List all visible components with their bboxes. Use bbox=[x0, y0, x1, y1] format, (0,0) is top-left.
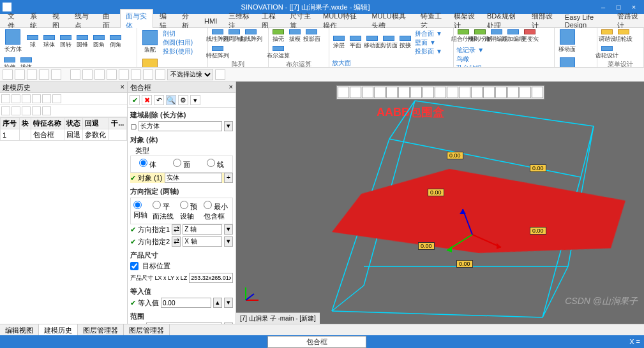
link-fill[interactable]: 倒圆(扫用) bbox=[163, 38, 193, 47]
weld-icon[interactable]: 按接 bbox=[398, 36, 412, 50]
dim-5[interactable]: 0.00 bbox=[418, 242, 435, 250]
btab-3[interactable]: 图层管理器 bbox=[78, 324, 124, 335]
ht-11[interactable] bbox=[42, 106, 51, 115]
undo-button[interactable]: ↶ bbox=[154, 95, 164, 105]
radio-norm[interactable]: 平面法线 bbox=[153, 201, 175, 221]
btab-2[interactable]: 建模历史 bbox=[39, 324, 78, 335]
history-table[interactable]: 序号 块 特征名称 状态 回退 干... 1 包合框 回退 参数化 bbox=[0, 117, 127, 324]
movef2-icon[interactable]: 移动面 bbox=[557, 29, 578, 55]
shape-input[interactable] bbox=[139, 121, 222, 131]
dim-4[interactable]: 0.00 bbox=[530, 227, 546, 235]
extrude-icon[interactable]: 拉伸 bbox=[3, 57, 17, 68]
fillet-icon[interactable]: 圆角 bbox=[92, 35, 106, 49]
radio-coax[interactable]: 同轴 bbox=[133, 201, 147, 221]
shape-dd[interactable]: ▾ bbox=[224, 121, 233, 131]
dims-input[interactable] bbox=[189, 273, 233, 283]
cancel-button[interactable]: ✖ bbox=[142, 95, 152, 105]
tb-8[interactable] bbox=[94, 69, 105, 80]
ht-5[interactable] bbox=[42, 94, 51, 103]
tb-10[interactable] bbox=[119, 69, 129, 80]
wheel-icon[interactable]: 组轮设 bbox=[617, 29, 631, 43]
featarr-icon[interactable]: 特征阵列 bbox=[211, 46, 225, 60]
change-icon[interactable]: 更变实 bbox=[523, 29, 537, 43]
col-block[interactable]: 块 bbox=[19, 118, 31, 129]
cuboid-icon[interactable]: 长方体 bbox=[3, 29, 23, 55]
pull-icon[interactable]: 拔体 bbox=[19, 57, 33, 68]
link-note[interactable]: 笔记录 ▼ bbox=[456, 46, 484, 55]
tab-hmi[interactable]: HMI bbox=[199, 15, 222, 27]
coat-icon[interactable]: 涂层 bbox=[332, 36, 346, 50]
tune-icon[interactable]: 调谐设 bbox=[600, 29, 614, 43]
col-feat[interactable]: 特征名称 bbox=[31, 118, 64, 129]
obj-input[interactable] bbox=[165, 173, 223, 183]
tb-3[interactable] bbox=[27, 69, 37, 80]
ht-6[interactable] bbox=[52, 94, 61, 103]
tb-2[interactable] bbox=[15, 69, 25, 80]
dir1-dd[interactable]: ▾ bbox=[224, 224, 233, 235]
assem-icon[interactable]: 装配 bbox=[140, 30, 160, 55]
in-dd[interactable]: ▾ bbox=[224, 298, 233, 308]
dir1-input[interactable] bbox=[183, 224, 222, 235]
plane-icon[interactable]: 平面 bbox=[348, 36, 363, 50]
tb-12[interactable] bbox=[143, 69, 153, 80]
min-button[interactable]: – bbox=[595, 3, 611, 11]
ht-8[interactable] bbox=[11, 106, 20, 115]
tb-14[interactable] bbox=[215, 69, 225, 80]
bool-icon[interactable]: 布尔运算 bbox=[271, 46, 285, 60]
swap2-icon[interactable]: ⇄ bbox=[172, 236, 181, 247]
col-int[interactable]: 干... bbox=[109, 118, 127, 129]
tb-4[interactable] bbox=[39, 69, 49, 80]
link-proj[interactable]: 投影(使用) bbox=[163, 47, 193, 56]
dim-2[interactable]: 0.00 bbox=[530, 164, 546, 172]
tab-easy[interactable]: Easy Life Design bbox=[560, 11, 611, 31]
link-sec[interactable]: 剖切 bbox=[163, 29, 193, 38]
col-rb[interactable]: 回退 bbox=[83, 118, 109, 129]
chamfer-icon[interactable]: 倒角 bbox=[109, 35, 123, 49]
dim-3[interactable]: 0.00 bbox=[428, 189, 444, 196]
radio-line[interactable]: 线 bbox=[207, 159, 224, 170]
ht-9[interactable] bbox=[22, 106, 31, 115]
target-chk[interactable] bbox=[130, 262, 139, 270]
obj-add[interactable]: + bbox=[224, 173, 233, 183]
gear-icon[interactable]: 齿轮设计 bbox=[600, 46, 614, 60]
edge-select[interactable]: 不选择边缘 bbox=[167, 69, 213, 80]
dir2-dd[interactable]: ▾ bbox=[224, 236, 233, 247]
projf-icon[interactable]: 投影面 bbox=[304, 29, 318, 43]
sphere-icon[interactable]: 球 bbox=[26, 35, 40, 49]
col-idx[interactable]: 序号 bbox=[1, 118, 20, 129]
btab-4[interactable]: 图层管理器 bbox=[124, 324, 170, 335]
in-input[interactable] bbox=[161, 298, 211, 308]
link-bird[interactable]: 鸟瞰 bbox=[456, 55, 484, 64]
in-up[interactable]: ▴ bbox=[213, 298, 222, 308]
radio-body[interactable]: 体 bbox=[139, 159, 156, 170]
ht-4[interactable] bbox=[32, 94, 41, 103]
addgrp-icon[interactable]: 添加编组 bbox=[506, 29, 520, 43]
tb-6[interactable] bbox=[70, 69, 80, 80]
tb-5[interactable] bbox=[51, 69, 61, 80]
tb-1[interactable] bbox=[3, 69, 13, 80]
cutf-icon[interactable]: 剪切面 bbox=[382, 36, 396, 50]
link-merge[interactable]: 拼合面 ▼ bbox=[415, 29, 442, 38]
view-tab[interactable]: [7] 山涧果 子 -main - [新建] bbox=[236, 312, 320, 324]
dim-1[interactable]: 0.00 bbox=[447, 152, 463, 159]
swap-icon[interactable]: ⇄ bbox=[172, 224, 181, 235]
bbox-tool-icon[interactable]: 包络框 bbox=[140, 59, 160, 68]
help-button[interactable]: 🔍 bbox=[166, 95, 176, 105]
tb-9[interactable] bbox=[107, 69, 117, 80]
table-row[interactable]: 1 包合框 回退 参数化 bbox=[1, 129, 127, 141]
tb-11[interactable] bbox=[131, 69, 141, 80]
ht-3[interactable] bbox=[22, 94, 31, 103]
close-icon[interactable]: × bbox=[229, 83, 233, 91]
ht-2[interactable] bbox=[11, 94, 20, 103]
radio-preset[interactable]: 预设轴 bbox=[180, 201, 198, 221]
radio-face[interactable]: 面 bbox=[173, 159, 190, 170]
curvarr-icon[interactable]: 曲线阵列 bbox=[244, 29, 258, 43]
gear-button[interactable]: ⚙ bbox=[178, 95, 188, 105]
tb-13[interactable] bbox=[155, 69, 165, 80]
dir2-input[interactable] bbox=[183, 236, 222, 247]
cone-icon[interactable]: 圆锥 bbox=[75, 35, 89, 49]
btab-1[interactable]: 编辑视图 bbox=[0, 324, 39, 335]
ht-1[interactable] bbox=[1, 94, 10, 103]
radio-minbox[interactable]: 最小包含框 bbox=[204, 201, 230, 221]
viewport-3d[interactable]: AABB包围盒 0.00 0.00 0.00 0.00 0.00 0.00 [7… bbox=[236, 82, 644, 324]
